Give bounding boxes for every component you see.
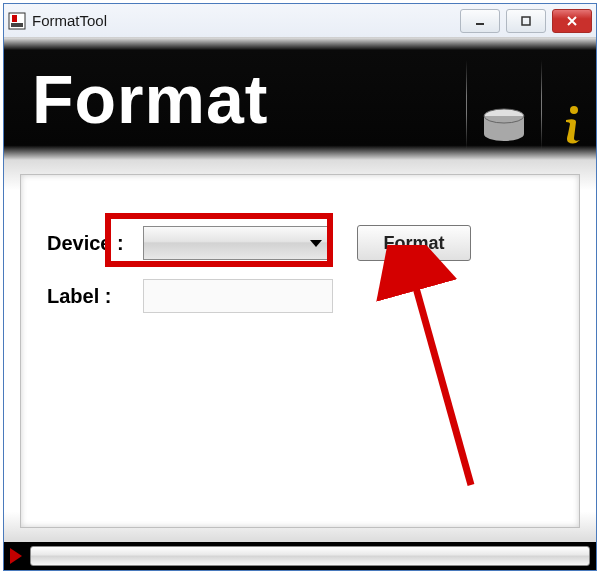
label-label: Label :	[47, 285, 143, 308]
window-controls	[460, 9, 592, 33]
device-label: Device :	[47, 232, 143, 255]
device-row: Device : Format	[47, 225, 553, 261]
progress-track[interactable]	[30, 546, 590, 566]
play-icon[interactable]	[10, 548, 22, 564]
banner-title: Format	[32, 60, 268, 138]
content-area: Device : Format Label :	[4, 160, 596, 542]
device-select[interactable]	[143, 226, 333, 260]
banner: Format	[4, 38, 596, 160]
separator	[466, 60, 467, 150]
maximize-button[interactable]	[506, 9, 546, 33]
label-row: Label :	[47, 279, 553, 313]
format-button-label: Format	[383, 233, 444, 254]
minimize-button[interactable]	[460, 9, 500, 33]
status-bar	[4, 542, 596, 570]
close-button[interactable]	[552, 9, 592, 33]
app-window: FormatTool Format	[3, 3, 597, 571]
svg-rect-3	[476, 23, 484, 25]
app-icon	[8, 12, 26, 30]
drive-icon[interactable]	[481, 106, 527, 150]
window-title: FormatTool	[32, 12, 460, 29]
chevron-down-icon	[310, 240, 322, 247]
label-input[interactable]	[143, 279, 333, 313]
svg-point-7	[570, 106, 578, 114]
separator	[541, 60, 542, 150]
info-icon[interactable]	[556, 104, 588, 150]
banner-toolbar	[452, 60, 588, 150]
svg-rect-4	[522, 17, 530, 25]
titlebar: FormatTool	[4, 4, 596, 38]
format-button[interactable]: Format	[357, 225, 471, 261]
form-panel: Device : Format Label :	[20, 174, 580, 528]
svg-rect-1	[12, 15, 17, 22]
svg-rect-2	[11, 23, 23, 27]
